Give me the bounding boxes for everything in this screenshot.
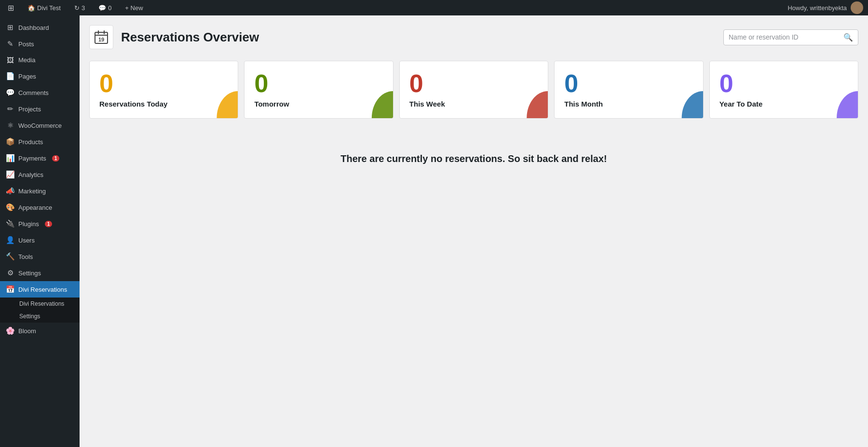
settings-icon: ⚙ xyxy=(6,269,14,277)
payments-icon: 📊 xyxy=(6,154,14,163)
admin-bar-site-name[interactable]: 🏠 Divi Test xyxy=(25,0,64,15)
sidebar-item-marketing[interactable]: 📣 Marketing xyxy=(0,183,80,199)
users-icon: 👤 xyxy=(6,236,14,244)
stat-card-this-week: 0 This Week xyxy=(399,61,548,119)
posts-icon: ✎ xyxy=(6,40,14,48)
stat-label-tomorrow: Tomorrow xyxy=(254,100,383,116)
sidebar-item-payments[interactable]: 📊 Payments 1 xyxy=(0,150,80,166)
admin-bar: ⊞ 🏠 Divi Test ↻ 3 💬 0 + New Howdy, writt… xyxy=(0,0,868,15)
stat-value-year-to-date: 0 xyxy=(719,71,848,96)
admin-bar-updates[interactable]: ↻ 3 xyxy=(71,0,88,15)
stats-row: 0 Reservations Today 0 Tomorrow 0 This W… xyxy=(89,61,858,119)
media-icon: 🖼 xyxy=(6,56,14,64)
search-input[interactable] xyxy=(729,33,840,41)
sidebar-sub-section: Divi Reservations Settings xyxy=(0,298,80,323)
comments-icon: 💬 xyxy=(6,88,14,97)
admin-bar-comments[interactable]: 💬 0 xyxy=(95,0,114,15)
sidebar-item-plugins[interactable]: 🔌 Plugins 1 xyxy=(0,216,80,232)
stat-card-tomorrow: 0 Tomorrow xyxy=(244,61,393,119)
stat-value-tomorrow: 0 xyxy=(254,71,383,96)
page-icon: 19 xyxy=(89,25,113,49)
payments-badge: 1 xyxy=(52,155,60,162)
page-title: Reservations Overview xyxy=(121,30,716,45)
stat-label-this-week: This Week xyxy=(409,100,538,116)
woocommerce-icon: ⚛ xyxy=(6,121,14,130)
sidebar-item-divi-reservations[interactable]: 📅 Divi Reservations xyxy=(0,281,80,298)
stat-card-this-month: 0 This Month xyxy=(554,61,703,119)
sidebar-item-settings[interactable]: ⚙ Settings xyxy=(0,265,80,281)
stat-value-this-week: 0 xyxy=(409,71,538,96)
sidebar-item-comments[interactable]: 💬 Comments xyxy=(0,84,80,101)
sidebar-sub-divi-reservations[interactable]: Divi Reservations xyxy=(0,298,80,310)
marketing-icon: 📣 xyxy=(6,187,14,195)
stat-value-today: 0 xyxy=(99,71,228,96)
sidebar-item-analytics[interactable]: 📈 Analytics xyxy=(0,166,80,183)
svg-text:19: 19 xyxy=(98,37,104,42)
updates-icon: ↻ xyxy=(74,4,80,12)
plugins-badge: 1 xyxy=(45,221,53,227)
sidebar: ⊞ Dashboard ✎ Posts 🖼 Media 📄 Pages 💬 Co… xyxy=(0,15,80,447)
sidebar-item-products[interactable]: 📦 Products xyxy=(0,134,80,150)
sidebar-item-appearance[interactable]: 🎨 Appearance xyxy=(0,199,80,216)
divi-reservations-icon: 📅 xyxy=(6,285,14,294)
sidebar-item-bloom[interactable]: 🌸 Bloom xyxy=(0,323,80,339)
comments-icon: 💬 xyxy=(98,4,106,12)
dashboard-icon: ⊞ xyxy=(6,23,14,32)
site-home-icon: 🏠 xyxy=(27,4,35,12)
tools-icon: 🔨 xyxy=(6,252,14,261)
empty-state: There are currently no reservations. So … xyxy=(89,134,858,184)
sidebar-item-users[interactable]: 👤 Users xyxy=(0,232,80,248)
pages-icon: 📄 xyxy=(6,72,14,81)
admin-bar-wp-logo[interactable]: ⊞ xyxy=(5,0,17,15)
sidebar-item-tools[interactable]: 🔨 Tools xyxy=(0,248,80,265)
sidebar-sub-settings[interactable]: Settings xyxy=(0,310,80,323)
stat-label-this-month: This Month xyxy=(564,100,693,116)
stat-label-year-to-date: Year To Date xyxy=(719,100,848,116)
sidebar-item-pages[interactable]: 📄 Pages xyxy=(0,68,80,84)
sidebar-item-woocommerce[interactable]: ⚛ WooCommerce xyxy=(0,117,80,134)
stat-card-year-to-date: 0 Year To Date xyxy=(709,61,858,119)
analytics-icon: 📈 xyxy=(6,170,14,179)
stat-value-this-month: 0 xyxy=(564,71,693,96)
sidebar-item-posts[interactable]: ✎ Posts xyxy=(0,36,80,52)
wp-logo-icon: ⊞ xyxy=(8,3,14,13)
avatar[interactable] xyxy=(851,1,863,14)
search-container: 🔍 xyxy=(723,29,858,45)
sidebar-item-media[interactable]: 🖼 Media xyxy=(0,52,80,68)
admin-bar-user: Howdy, writtenbyekta xyxy=(787,1,863,14)
sidebar-item-projects[interactable]: ✏ Projects xyxy=(0,101,80,117)
main-content: 19 Reservations Overview 🔍 0 Reservation… xyxy=(80,15,868,447)
products-icon: 📦 xyxy=(6,137,14,146)
stat-card-today: 0 Reservations Today xyxy=(89,61,238,119)
layout: ⊞ Dashboard ✎ Posts 🖼 Media 📄 Pages 💬 Co… xyxy=(0,15,868,447)
projects-icon: ✏ xyxy=(6,105,14,113)
plugins-icon: 🔌 xyxy=(6,219,14,228)
admin-bar-new[interactable]: + New xyxy=(122,0,146,15)
search-icon: 🔍 xyxy=(843,33,853,42)
appearance-icon: 🎨 xyxy=(6,203,14,212)
stat-label-today: Reservations Today xyxy=(99,100,228,116)
bloom-icon: 🌸 xyxy=(6,326,14,335)
sidebar-item-dashboard[interactable]: ⊞ Dashboard xyxy=(0,19,80,36)
page-header: 19 Reservations Overview 🔍 xyxy=(89,25,858,49)
